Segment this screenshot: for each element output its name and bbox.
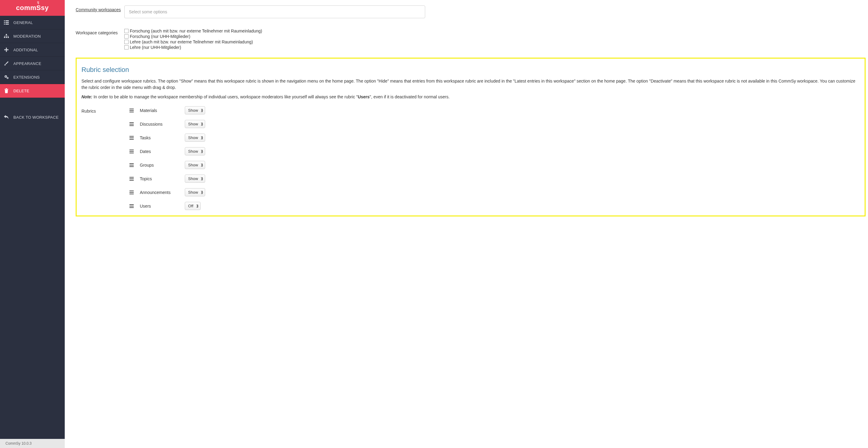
svg-rect-43 [129,194,134,194]
svg-rect-5 [5,24,9,25]
checkbox-label: Lehre (auch mit bzw. nur externe Teilneh… [130,39,253,44]
svg-rect-6 [6,34,7,35]
svg-rect-36 [129,165,134,165]
sidebar-item-label: EXTENSIONS [13,75,40,79]
rubric-item: TopicsShow [129,175,205,183]
sidebar-item-label: APPEARANCE [13,61,41,66]
svg-rect-46 [129,207,134,208]
rubric-item: AnnouncementsShow [129,188,205,196]
checkbox[interactable] [124,34,129,39]
back-to-workspace[interactable]: BACK TO WORKSPACE [0,110,65,124]
rubric-name: Topics [140,176,179,181]
rubric-visibility-select[interactable]: Show [185,147,205,156]
sidebar-item-appearance[interactable]: APPEARANCE [0,57,65,70]
drag-handle-icon[interactable] [129,204,134,208]
rubric-name: Tasks [140,135,179,140]
rubric-select-wrap: Show [185,120,205,128]
sidebar-item-general[interactable]: GENERAL [0,16,65,29]
svg-rect-29 [129,136,134,137]
rubric-visibility-select[interactable]: Show [185,161,205,169]
workspace-category-item[interactable]: Lehre (auch mit bzw. nur externe Teilneh… [124,39,856,44]
sidebar-item-moderation[interactable]: MODERATION [0,29,65,43]
rubric-visibility-select[interactable]: Show [185,134,205,142]
rubric-name: Announcements [140,190,179,195]
drag-handle-icon[interactable] [129,177,134,181]
svg-rect-23 [129,109,134,109]
svg-rect-41 [129,191,134,191]
brush-icon [4,61,9,66]
workspace-category-item[interactable]: Lehre (nur UHH-Mitglieder) [124,45,856,50]
back-arrow-icon [4,114,9,120]
checkbox[interactable] [124,29,129,33]
drag-handle-icon[interactable] [129,122,134,126]
drag-handle-icon[interactable] [129,109,134,112]
rubric-section-title: Rubric selection [82,66,860,74]
note-text-1: In order to be able to manage the worksp… [92,94,358,99]
nav-spacer [0,98,65,110]
svg-rect-37 [129,166,134,167]
version-text: CommSy 10.0.3 [5,441,32,446]
checkbox-label: Lehre (nur UHH-Mitglieder) [130,45,181,50]
rubric-select-wrap: Show [185,147,205,156]
drag-handle-icon[interactable] [129,136,134,140]
rubric-visibility-select[interactable]: Show [185,120,205,128]
svg-rect-30 [129,137,134,138]
sidebar-item-additional[interactable]: ADDITIONAL [0,43,65,57]
rubric-item: MaterialsShow [129,106,205,114]
sidebar-item-label: MODERATION [13,34,41,39]
plus-icon [4,47,9,53]
sitemap-icon [4,33,9,39]
drag-handle-icon[interactable] [129,150,134,153]
svg-rect-44 [129,204,134,205]
rubric-select-wrap: Off [185,202,200,210]
svg-rect-45 [129,206,134,206]
rubric-visibility-select[interactable]: Show [185,188,205,196]
svg-rect-35 [129,163,134,164]
community-workspaces-select[interactable]: Select some options [124,5,425,18]
rubrics-label: Rubrics [82,106,129,113]
sidebar-item-delete[interactable]: DELETE [0,84,65,98]
drag-handle-icon[interactable] [129,163,134,167]
svg-rect-24 [129,110,134,111]
rubric-section-note: Note: In order to be able to manage the … [82,94,860,100]
logo: commS\|sy [0,0,65,16]
svg-rect-10 [6,36,7,37]
svg-rect-32 [129,150,134,150]
svg-rect-13 [6,37,7,38]
rubric-visibility-select[interactable]: Show [185,106,205,114]
footer: CommSy 10.0.3 [0,439,65,448]
rubric-item: UsersOff [129,202,205,210]
workspace-categories-list: Forschung (auch mit bzw. nur externe Tei… [124,29,856,50]
sidebar-item-extensions[interactable]: EXTENSIONS [0,70,65,84]
svg-rect-27 [129,124,134,125]
svg-rect-22 [6,88,7,89]
rubric-visibility-select[interactable]: Show [185,175,205,183]
drag-handle-icon[interactable] [129,191,134,194]
rubric-name: Dates [140,149,179,154]
rubric-visibility-select[interactable]: Off [185,202,200,210]
checkbox[interactable] [124,40,129,44]
rubrics-list: MaterialsShowDiscussionsShowTasksShowDat… [129,106,205,210]
note-text-2: ", even if it is deactivated for normal … [370,94,450,99]
rubric-select-wrap: Show [185,134,205,142]
workspace-category-item[interactable]: Forschung (nur UHH-Mitglieder) [124,34,856,39]
workspace-category-item[interactable]: Forschung (auch mit bzw. nur externe Tei… [124,29,856,33]
svg-rect-28 [129,125,134,126]
rubric-name: Users [140,204,179,209]
checkbox[interactable] [124,45,129,49]
sidebar-item-label: GENERAL [13,20,33,25]
note-bold: Users [358,94,370,99]
community-workspaces-label[interactable]: Community workspaces [76,5,124,12]
checkbox-label: Forschung (auch mit bzw. nur externe Tei… [130,29,262,33]
svg-rect-0 [4,20,5,21]
svg-rect-26 [129,122,134,123]
rubric-name: Materials [140,108,179,113]
main: Community workspaces Select some options… [65,0,868,448]
svg-rect-1 [5,20,9,21]
sidebar: commS\|sy GENERAL MODERATION ADDITIONAL [0,0,65,448]
svg-rect-33 [129,151,134,152]
svg-rect-3 [5,22,9,23]
rubric-item: DiscussionsShow [129,120,205,128]
logo-text: commS\|sy [16,4,49,12]
svg-rect-16 [4,49,8,50]
